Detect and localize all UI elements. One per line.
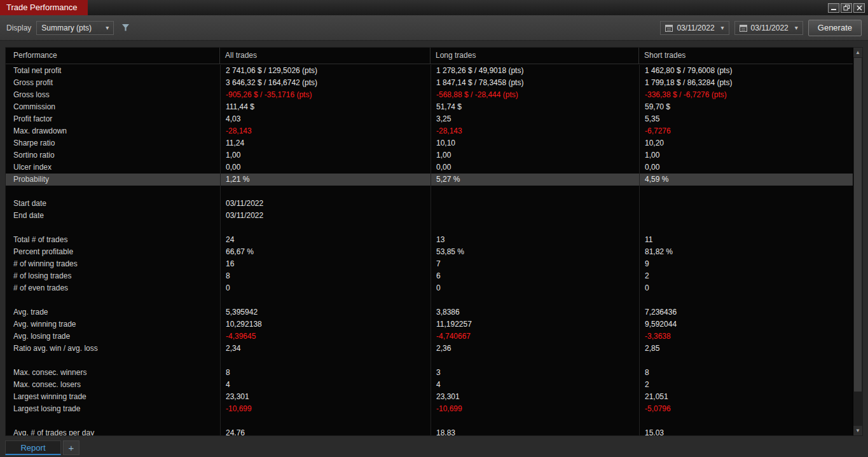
row-label (6, 355, 220, 367)
row-value: 1,00 (431, 149, 639, 161)
row-value: 11,24 (220, 137, 431, 149)
close-button[interactable] (853, 3, 865, 13)
row-value: 10,20 (639, 137, 853, 149)
table-row[interactable]: Largest winning trade23,30123,30121,051 (6, 391, 853, 403)
end-date-value: 03/11/2022 (751, 24, 789, 32)
row-value: 9,592044 (639, 318, 853, 331)
minimize-icon (830, 5, 837, 11)
window-controls (828, 0, 868, 15)
row-label: Total net profit (6, 65, 220, 77)
restore-button[interactable] (841, 3, 852, 13)
row-value (639, 294, 853, 306)
start-date-picker[interactable]: 03/11/2022 ▾ (660, 21, 729, 35)
scrollbar-thumb[interactable] (854, 58, 862, 392)
table-header-row: Performance All trades Long trades Short… (6, 48, 853, 64)
table-row[interactable]: Max. consec. winners838 (6, 367, 853, 379)
row-value: 2,36 (431, 343, 639, 355)
table-row[interactable]: Avg. winning trade10,29213811,1922579,59… (6, 318, 853, 331)
table-body: Total net profit2 741,06 $ / 129,5026 (p… (6, 65, 853, 435)
row-value: -905,26 $ / -35,1716 (pts) (220, 89, 431, 101)
row-value: 11,192257 (431, 318, 639, 331)
table-row[interactable]: Sharpe ratio11,2410,1010,20 (6, 137, 853, 149)
row-value: 66,67 % (220, 246, 431, 258)
start-date-value: 03/11/2022 (677, 24, 714, 32)
scroll-down-button[interactable]: ▼ (853, 426, 862, 435)
row-value: -6,7276 (639, 125, 853, 137)
table-row[interactable]: Avg. losing trade-4,39645-4,740667-3,363… (6, 331, 853, 343)
row-value: 8 (220, 367, 431, 379)
row-value: 8 (220, 270, 431, 282)
close-icon (857, 5, 862, 11)
table-row[interactable]: End date03/11/2022 (6, 210, 853, 222)
table-row[interactable]: Max. drawdown-28,143-28,143-6,7276 (6, 125, 853, 137)
table-row[interactable]: Gross loss-905,26 $ / -35,1716 (pts)-568… (6, 89, 853, 101)
scroll-up-button[interactable]: ▲ (853, 48, 862, 57)
restore-icon (843, 4, 850, 11)
add-tab-button[interactable]: + (63, 440, 79, 455)
column-header-performance[interactable]: Performance (6, 48, 220, 64)
row-value: 2 741,06 $ / 129,5026 (pts) (220, 65, 431, 77)
titlebar[interactable]: Trade Performance (0, 0, 868, 15)
filter-funnel-icon (121, 24, 130, 31)
row-value (431, 294, 639, 306)
column-header-all-trades[interactable]: All trades (220, 48, 431, 64)
row-value: 3,8386 (431, 306, 639, 318)
table-row[interactable]: # of winning trades1679 (6, 258, 853, 270)
row-value: -28,143 (220, 125, 431, 137)
toolbar: Display Summary (pts) ▾ 03/11/2022 ▾ (0, 15, 868, 41)
column-header-long-trades[interactable]: Long trades (431, 48, 639, 64)
table-row[interactable]: Start date03/11/2022 (6, 198, 853, 210)
vertical-scrollbar[interactable]: ▲ ▼ (853, 48, 862, 435)
table-row[interactable]: Sortino ratio1,001,001,00 (6, 149, 853, 161)
end-date-picker[interactable]: 03/11/2022 ▾ (734, 21, 803, 35)
minimize-button[interactable] (828, 3, 839, 13)
table-row[interactable]: Ulcer index0,000,000,00 (6, 161, 853, 174)
row-value: 10,10 (431, 137, 639, 149)
row-value: -336,38 $ / -6,7276 (pts) (639, 89, 853, 101)
row-value: 3 646,32 $ / 164,6742 (pts) (220, 77, 431, 89)
table-row[interactable]: Ratio avg. win / avg. loss2,342,362,85 (6, 343, 853, 355)
row-value: 3 (431, 367, 639, 379)
table-row[interactable]: Total net profit2 741,06 $ / 129,5026 (p… (6, 65, 853, 77)
table-row[interactable]: Max. consec. losers442 (6, 379, 853, 391)
row-label: Total # of trades (6, 234, 220, 246)
row-label: Max. consec. winners (6, 367, 220, 379)
table-row[interactable]: Profit factor4,033,255,35 (6, 113, 853, 125)
row-label: Gross loss (6, 89, 220, 101)
row-label: Avg. # of trades per day (6, 427, 220, 435)
table-row[interactable]: Commission111,44 $51,74 $59,70 $ (6, 101, 853, 113)
plus-icon: + (69, 442, 74, 453)
filter-button[interactable] (121, 24, 130, 31)
table-row[interactable]: Largest losing trade-10,699-10,699-5,079… (6, 403, 853, 415)
row-label: # of even trades (6, 282, 220, 294)
row-value: 6 (431, 270, 639, 282)
table-row[interactable]: Avg. trade5,3959423,83867,236436 (6, 306, 853, 318)
row-value: 24 (220, 234, 431, 246)
generate-button[interactable]: Generate (808, 20, 862, 36)
column-header-short-trades[interactable]: Short trades (639, 48, 853, 64)
table-row[interactable]: Percent profitable66,67 %53,85 %81,82 % (6, 246, 853, 258)
table-row[interactable]: Gross profit3 646,32 $ / 164,6742 (pts)1… (6, 77, 853, 89)
row-value: 23,301 (220, 391, 431, 403)
row-value: 9 (639, 258, 853, 270)
table-row[interactable]: # of even trades000 (6, 282, 853, 294)
table-spacer-row (6, 222, 853, 234)
row-value: 51,74 $ (431, 101, 639, 113)
table-row[interactable]: # of losing trades862 (6, 270, 853, 282)
row-label: Sortino ratio (6, 149, 220, 161)
row-value: 13 (431, 234, 639, 246)
row-value (431, 186, 639, 198)
tab-report[interactable]: Report (5, 440, 61, 455)
row-label: Probability (6, 174, 220, 186)
row-value: 4 (431, 379, 639, 391)
row-value (431, 210, 639, 222)
display-dropdown[interactable]: Summary (pts) ▾ (36, 21, 114, 35)
table-row[interactable]: Probability1,21 %5,27 %4,59 % (6, 174, 853, 186)
table-row[interactable]: Total # of trades241311 (6, 234, 853, 246)
table-row[interactable]: Avg. # of trades per day24,7618,8315,03 (6, 427, 853, 435)
row-label: Start date (6, 198, 220, 210)
row-label: Avg. winning trade (6, 318, 220, 331)
row-value: -4,740667 (431, 331, 639, 343)
row-value (639, 198, 853, 210)
row-value: 5,27 % (431, 174, 639, 186)
